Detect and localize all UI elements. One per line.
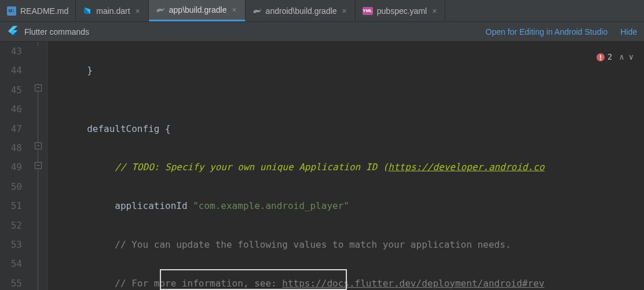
code-line: }: [59, 61, 644, 80]
code-line: applicationId "com.example.android_playe…: [59, 196, 644, 215]
code-line: // For more information, see: https://do…: [59, 274, 644, 290]
svg-rect-7: [600, 55, 601, 58]
line-number: 55: [0, 274, 22, 290]
code-line: // TODO: Specify your own unique Applica…: [59, 157, 644, 177]
line-number: 43: [0, 42, 22, 61]
close-icon[interactable]: ×: [431, 6, 438, 16]
line-number: 49: [0, 157, 22, 177]
fold-toggle-icon[interactable]: −: [35, 85, 42, 91]
tab-label: android\build.gradle: [266, 6, 337, 16]
tab-label: README.md: [20, 6, 68, 16]
fold-toggle-icon[interactable]: −: [35, 142, 42, 149]
tab-readme[interactable]: M↓ README.md: [0, 0, 76, 21]
chevron-up-icon[interactable]: ∧: [618, 47, 625, 67]
fold-gutter: − − −: [29, 42, 47, 290]
line-number: 44: [0, 61, 22, 80]
editor-tabs-bar: M↓ README.md main.dart × app\build.gradl…: [0, 0, 644, 22]
flutter-icon: [7, 25, 19, 38]
gradle-icon: [156, 5, 165, 14]
line-number: 52: [0, 216, 22, 235]
tab-android-build-gradle[interactable]: android\build.gradle ×: [246, 0, 356, 21]
yaml-icon: YML: [363, 7, 373, 15]
line-number: 54: [0, 254, 22, 273]
tab-main-dart[interactable]: main.dart ×: [76, 0, 149, 21]
line-number: 51: [0, 196, 22, 215]
line-number: 47: [0, 119, 22, 138]
close-icon[interactable]: ×: [134, 6, 141, 16]
line-number: 50: [0, 177, 22, 196]
code-line: defaultConfig {: [59, 119, 644, 138]
line-number: 46: [0, 100, 22, 119]
close-icon[interactable]: ×: [230, 5, 237, 14]
line-number: 53: [0, 235, 22, 254]
markdown-icon: M↓: [7, 6, 16, 16]
editor-toolbar: Flutter commands Open for Editing in And…: [0, 22, 644, 42]
close-icon[interactable]: ×: [341, 6, 348, 16]
tab-label: app\build.gradle: [169, 5, 227, 14]
tab-label: pubspec.yaml: [377, 6, 427, 16]
hide-link[interactable]: Hide: [620, 27, 637, 36]
code-content[interactable]: } defaultConfig { // TODO: Specify your …: [47, 42, 644, 290]
svg-rect-8: [600, 58, 601, 60]
inspections-widget[interactable]: 2 ∧ ∨: [594, 46, 637, 68]
line-number: 45: [0, 80, 22, 100]
error-count: 2: [608, 47, 612, 67]
dart-icon: [83, 6, 92, 16]
tab-pubspec-yaml[interactable]: YML pubspec.yaml ×: [356, 0, 446, 21]
line-number: 48: [0, 138, 22, 157]
gradle-icon: [253, 6, 262, 16]
fold-toggle-icon[interactable]: −: [35, 162, 42, 169]
open-android-studio-link[interactable]: Open for Editing in Android Studio: [485, 27, 608, 36]
tab-label: main.dart: [96, 6, 130, 16]
code-editor[interactable]: 43 44 45 46 47 48 49 50 51 52 53 54 55 −…: [0, 42, 644, 290]
error-icon: [596, 53, 605, 62]
chevron-down-icon[interactable]: ∨: [628, 47, 635, 67]
line-number-gutter: 43 44 45 46 47 48 49 50 51 52 53 54 55: [0, 42, 29, 290]
toolbar-label: Flutter commands: [24, 27, 89, 36]
code-line: // You can update the following values t…: [59, 235, 644, 254]
tab-app-build-gradle[interactable]: app\build.gradle ×: [149, 0, 246, 21]
